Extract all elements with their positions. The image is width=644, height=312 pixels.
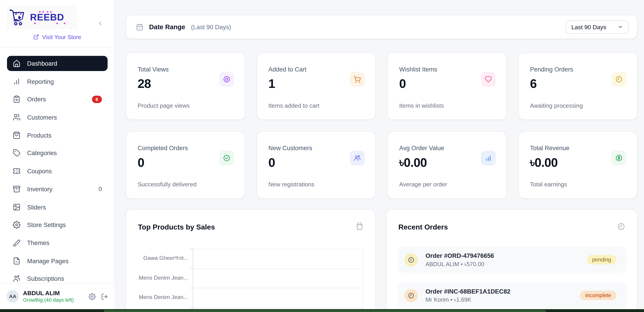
stat-title: Total Revenue [530, 144, 626, 152]
chart-title: Top Products by Sales [138, 223, 215, 232]
status-badge: incomplete [580, 291, 616, 300]
order-meta: ABDUL ALIM • ৳570.00 [426, 261, 494, 268]
stat-card-total-revenue: Total Revenue ৳0.00 Total earnings [518, 131, 638, 199]
users-icon [13, 113, 21, 121]
order-meta: Mr Korim • ৳1.69K [426, 296, 510, 304]
sidebar: REEBD Visit Your Store Dashboard [0, 0, 115, 312]
settings-gear-icon[interactable] [89, 293, 96, 300]
external-link-icon [33, 34, 39, 40]
clipboard-list-icon [13, 95, 21, 103]
brand-dot [34, 22, 36, 24]
shopping-bag-icon [13, 131, 21, 139]
sidebar-item-reporting[interactable]: Reporting [7, 74, 108, 89]
sidebar-item-label: Categories [27, 150, 57, 157]
check-circle-icon [219, 150, 234, 166]
sidebar-collapse-icon[interactable] [97, 20, 104, 26]
cart-icon [350, 72, 365, 87]
archive-box-icon [13, 185, 21, 193]
chart-category-label: Mens Denim Jean... [129, 294, 188, 300]
ticket-icon [13, 167, 21, 175]
sidebar-item-sliders[interactable]: Sliders [7, 200, 108, 215]
sidebar-item-store-settings[interactable]: Store Settings [7, 217, 108, 233]
order-id: Order #ORD-479476656 [426, 252, 494, 260]
recent-orders-card: Recent Orders Order #ORD-479476656 ABDUL… [386, 210, 638, 312]
sidebar-item-customers[interactable]: Customers [7, 110, 108, 125]
sidebar-item-label: Coupons [27, 168, 52, 174]
brand-logo[interactable]: REEBD [7, 6, 77, 29]
home-icon [13, 60, 21, 68]
gridline [193, 288, 362, 288]
stat-title: Wishlist Items [399, 66, 495, 72]
order-row[interactable]: Order #INC-68BEF1A1DEC82 Mr Korim • ৳1.6… [398, 282, 626, 308]
axis-tick [190, 249, 193, 249]
stat-subtitle: Total earnings [530, 181, 567, 188]
brand-dot [47, 11, 48, 12]
sidebar-item-orders[interactable]: Orders 6 [7, 92, 108, 107]
stat-title: Added to Cart [268, 66, 364, 72]
avatar: AA [6, 290, 19, 302]
status-badge: pending [587, 255, 616, 264]
bar-chart-icon [13, 78, 21, 86]
calendar-icon [136, 23, 144, 30]
logout-icon[interactable] [101, 293, 108, 300]
order-row[interactable]: Order #ORD-479476656 ABDUL ALIM • ৳570.0… [398, 247, 626, 273]
clock-icon [404, 253, 418, 266]
sidebar-item-label: Subscriptions [27, 275, 64, 282]
visit-store-link[interactable]: Visit Your Store [0, 34, 115, 40]
stat-value: 0 [138, 156, 233, 170]
stat-subtitle: Items in wishlists [399, 102, 444, 109]
clock-icon [617, 222, 625, 230]
image-icon [13, 203, 21, 211]
stat-value: 1 [268, 77, 364, 91]
user-plan: GrowBig (40 days left) [23, 297, 74, 304]
chart-category-label: Gawa Ghee/গাওয়... [129, 255, 188, 262]
clock-icon [404, 289, 418, 302]
users-icon [350, 150, 365, 166]
stat-value: 6 [530, 77, 626, 91]
stat-subtitle: Successfully delivered [138, 181, 196, 188]
date-range-title: Date Range [149, 23, 185, 30]
sidebar-item-subscriptions[interactable]: Subscriptions [7, 271, 108, 283]
sidebar-item-products[interactable]: Products [7, 128, 108, 143]
top-products-card: Top Products by Sales Gawa Ghee/গাওয়...… [126, 210, 376, 312]
sidebar-item-label: Sliders [27, 204, 46, 210]
bar-chart-icon [481, 150, 496, 166]
sidebar-item-inventory[interactable]: Inventory 0 [7, 182, 108, 197]
stat-card-pending-orders: Pending Orders 6 Awaiting processing [518, 52, 638, 120]
sidebar-item-label: Customers [27, 114, 57, 121]
sidebar-item-categories[interactable]: Categories [7, 146, 108, 161]
stat-title: Avg Order Value [399, 144, 495, 152]
chevron-down-icon [618, 24, 623, 30]
order-id: Order #INC-68BEF1A1DEC82 [426, 287, 510, 295]
stat-subtitle: New registrations [268, 181, 314, 188]
stat-card-added-to-cart: Added to Cart 1 Items added to cart [256, 52, 376, 120]
brand-dot [39, 11, 41, 12]
axis-tick [190, 288, 193, 288]
clock-icon [612, 72, 626, 87]
brand-dot [42, 11, 44, 12]
shopping-bag-icon [356, 222, 364, 230]
gear-icon [13, 221, 21, 229]
sidebar-item-themes[interactable]: Themes [7, 235, 108, 250]
cart-logo-icon [9, 8, 28, 26]
brand-dot [50, 11, 52, 12]
date-range-select[interactable]: Last 90 Days [566, 20, 629, 33]
sidebar-divider [0, 47, 115, 48]
gridline [193, 268, 362, 269]
stats-grid: Total Views 28 Product page views Added … [126, 52, 638, 199]
stat-card-avg-order-value: Avg Order Value ৳0.00 Average per order [387, 131, 506, 199]
sidebar-item-dashboard[interactable]: Dashboard [7, 56, 108, 71]
paintbrush-icon [13, 239, 21, 247]
brand-dot [64, 22, 65, 24]
eye-icon [219, 72, 234, 87]
sidebar-item-manage-pages[interactable]: Manage Pages [7, 253, 108, 268]
stat-card-wishlist-items: Wishlist Items 0 Items in wishlists [387, 52, 506, 120]
date-range-subtitle: (Last 90 Days) [191, 24, 231, 30]
sidebar-item-coupons[interactable]: Coupons [7, 164, 108, 179]
sidebar-item-label: Store Settings [27, 222, 66, 228]
stat-card-total-views: Total Views 28 Product page views [126, 52, 245, 120]
visit-store-label: Visit Your Store [42, 34, 81, 40]
stat-title: Pending Orders [530, 66, 626, 72]
axis-tick [190, 268, 193, 269]
stat-subtitle: Awaiting processing [530, 102, 583, 109]
